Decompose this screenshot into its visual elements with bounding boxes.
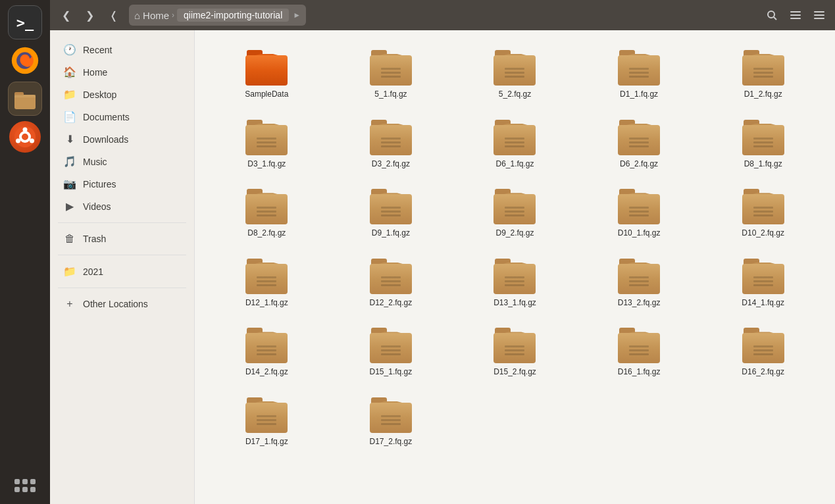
- svg-rect-15: [814, 11, 824, 13]
- sidebar-item-recent[interactable]: 🕐 Recent: [53, 39, 191, 61]
- sidebar-item-videos[interactable]: ▶ Videos: [53, 195, 191, 217]
- file-name: D12_2.fq.gz: [370, 298, 413, 309]
- file-item[interactable]: D13_2.fq.gz: [580, 252, 698, 315]
- music-icon: 🎵: [63, 155, 76, 168]
- file-icon: [742, 120, 784, 155]
- firefox-launcher[interactable]: [8, 43, 42, 78]
- home-icon: ⌂: [134, 10, 140, 21]
- sidebar-item-trash[interactable]: 🗑 Trash: [53, 228, 191, 249]
- hamburger-icon: [814, 10, 824, 20]
- file-item[interactable]: D6_2.fq.gz: [580, 113, 698, 176]
- trash-icon: 🗑: [63, 233, 76, 245]
- file-icon: [618, 50, 660, 86]
- sidebar-item-music[interactable]: 🎵 Music: [53, 151, 191, 172]
- file-item[interactable]: D8_1.fq.gz: [704, 113, 822, 176]
- sidebar-item-downloads[interactable]: ⬇ Downloads: [53, 128, 191, 150]
- file-icon: [493, 50, 536, 86]
- file-item[interactable]: D17_2.fq.gz: [332, 391, 450, 454]
- files-launcher[interactable]: [8, 82, 42, 116]
- breadcrumb-home[interactable]: ⌂ Home: [134, 10, 169, 21]
- file-name: D8_2.fq.gz: [247, 228, 286, 239]
- file-item[interactable]: D17_1.fq.gz: [208, 391, 326, 454]
- sidebar-label-downloads: Downloads: [83, 134, 128, 145]
- file-item[interactable]: D3_2.fq.gz: [332, 113, 450, 176]
- file-item[interactable]: 5_2.fq.gz: [456, 43, 574, 107]
- sidebar-label-videos: Videos: [83, 201, 111, 212]
- search-button[interactable]: [761, 5, 782, 26]
- file-icon: [618, 120, 660, 155]
- breadcrumb-current[interactable]: qiime2-importing-tutorial: [177, 9, 289, 22]
- file-name: D1_2.fq.gz: [744, 89, 782, 100]
- file-item[interactable]: D9_2.fq.gz: [456, 182, 574, 245]
- file-name: D9_2.fq.gz: [495, 228, 534, 239]
- folder-2021-icon: 📁: [63, 265, 76, 278]
- file-item[interactable]: 5_1.fq.gz: [332, 43, 450, 107]
- terminal-icon: >_: [16, 14, 34, 31]
- file-item[interactable]: D8_2.fq.gz: [208, 182, 326, 245]
- file-item[interactable]: D6_1.fq.gz: [456, 113, 574, 176]
- menu-button[interactable]: [809, 5, 830, 26]
- sidebar-item-desktop[interactable]: 📁 Desktop: [53, 84, 191, 105]
- file-item[interactable]: D12_2.fq.gz: [332, 252, 450, 315]
- sidebar-item-other-locations[interactable]: + Other Locations: [53, 293, 191, 315]
- file-item[interactable]: D10_2.fq.gz: [704, 182, 822, 245]
- file-name: D16_1.fq.gz: [618, 367, 661, 378]
- file-icon: [370, 397, 412, 433]
- svg-rect-12: [790, 11, 801, 13]
- file-icon: [370, 189, 412, 224]
- file-item[interactable]: D14_2.fq.gz: [208, 321, 326, 384]
- file-icon: [245, 189, 288, 224]
- file-item[interactable]: SampleData: [208, 43, 326, 107]
- breadcrumb-separator: ›: [172, 11, 174, 20]
- up-button[interactable]: ❬: [103, 5, 124, 26]
- list-view-icon: [790, 10, 801, 20]
- file-icon: [742, 259, 784, 294]
- terminal-launcher[interactable]: >_: [8, 5, 42, 39]
- videos-icon: ▶: [63, 200, 76, 213]
- app-grid-button[interactable]: [14, 479, 36, 492]
- back-button[interactable]: ❮: [55, 5, 76, 26]
- grid-dot: [30, 479, 36, 484]
- header-actions: [761, 5, 830, 26]
- sidebar-item-home[interactable]: 🏠 Home: [53, 61, 191, 83]
- file-name: D16_2.fq.gz: [742, 367, 784, 378]
- home-icon: 🏠: [63, 66, 76, 78]
- file-name: D15_2.fq.gz: [493, 367, 536, 378]
- ubuntu-launcher[interactable]: [8, 120, 42, 154]
- file-icon: [370, 259, 412, 294]
- file-item[interactable]: D14_1.fq.gz: [704, 252, 822, 315]
- file-item[interactable]: D1_1.fq.gz: [580, 43, 698, 107]
- file-icon: [370, 328, 412, 363]
- file-name: D14_1.fq.gz: [742, 298, 784, 309]
- grid-dot: [22, 479, 28, 484]
- documents-icon: 📄: [63, 111, 76, 123]
- file-name: D17_1.fq.gz: [245, 437, 288, 447]
- file-item[interactable]: D16_2.fq.gz: [704, 321, 822, 384]
- file-item[interactable]: D3_1.fq.gz: [208, 113, 326, 176]
- sidebar-item-pictures[interactable]: 📷 Pictures: [53, 173, 191, 195]
- file-name: D12_1.fq.gz: [245, 298, 288, 309]
- firefox-icon: [11, 46, 39, 75]
- file-name: D17_2.fq.gz: [370, 437, 413, 447]
- files-icon: [12, 86, 38, 112]
- recent-icon: 🕐: [63, 43, 76, 56]
- sidebar-item-documents[interactable]: 📄 Documents: [53, 106, 191, 128]
- file-item[interactable]: D16_1.fq.gz: [580, 321, 698, 384]
- sidebar-item-2021[interactable]: 📁 2021: [53, 261, 191, 282]
- file-item[interactable]: D12_1.fq.gz: [208, 252, 326, 315]
- file-item[interactable]: D1_2.fq.gz: [704, 43, 822, 107]
- ubuntu-icon: [9, 121, 41, 153]
- forward-button[interactable]: ❯: [79, 5, 100, 26]
- file-item[interactable]: D15_1.fq.gz: [332, 321, 450, 384]
- header-bar: ❮ ❯ ❬ ⌂ Home › qiime2-importing-tutorial…: [50, 0, 835, 30]
- file-item[interactable]: D9_1.fq.gz: [332, 182, 450, 245]
- file-item[interactable]: D15_2.fq.gz: [456, 321, 574, 384]
- file-item[interactable]: D10_1.fq.gz: [580, 182, 698, 245]
- downloads-icon: ⬇: [63, 133, 76, 145]
- pictures-icon: 📷: [63, 178, 76, 190]
- sidebar-label-pictures: Pictures: [83, 179, 116, 189]
- view-toggle-button[interactable]: [785, 5, 806, 26]
- file-icon: [245, 120, 288, 155]
- file-item[interactable]: D13_1.fq.gz: [456, 252, 574, 315]
- file-icon: [245, 259, 288, 294]
